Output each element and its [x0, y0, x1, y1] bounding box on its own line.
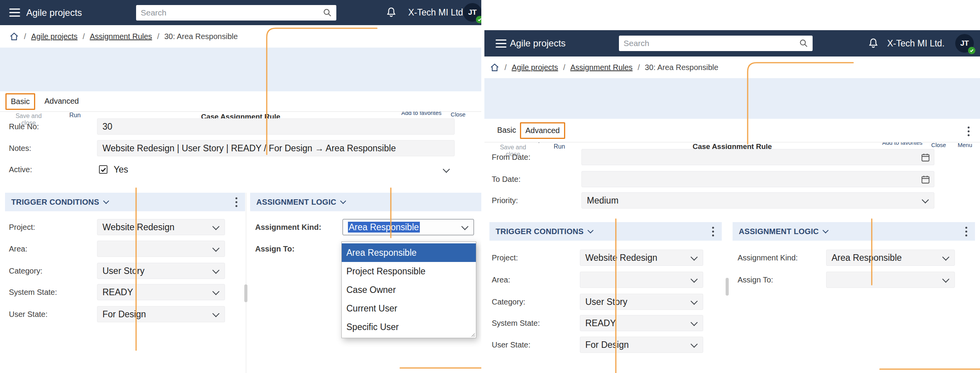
tabs-kebab-icon[interactable]: [966, 125, 971, 138]
search-box[interactable]: [619, 36, 813, 51]
user-state-value: For Design: [102, 309, 146, 319]
project-field[interactable]: Website Redesign: [580, 250, 703, 266]
search-icon[interactable]: [322, 8, 332, 18]
dropdown-chevron-icon: [922, 196, 929, 203]
tab-strip: Basic Advanced: [484, 119, 980, 142]
calendar-icon[interactable]: [920, 175, 931, 185]
scrollbar-thumb[interactable]: [244, 284, 247, 302]
notes-field[interactable]: Website Redesign | User Story | READY / …: [97, 140, 455, 156]
area-field[interactable]: [97, 241, 225, 257]
area-field[interactable]: [580, 272, 703, 288]
trigger-conditions-kebab-icon[interactable]: [711, 225, 716, 238]
user-state-field[interactable]: For Design: [97, 306, 225, 322]
assign-to-label: Assign To:: [255, 241, 295, 257]
system-state-field[interactable]: READY: [97, 284, 225, 300]
tab-strip: Basic Advanced: [0, 91, 481, 112]
close-button[interactable]: Close: [927, 142, 950, 149]
window-advanced-tab: Agile projects X-Tech MI Ltd. JT / Agile…: [484, 30, 980, 373]
tab-advanced[interactable]: Advanced: [520, 122, 565, 139]
assignment-kind-field[interactable]: Area Responsible: [826, 250, 955, 266]
user-avatar[interactable]: JT: [955, 34, 974, 53]
from-date-field[interactable]: [581, 149, 934, 165]
user-state-field[interactable]: For Design: [580, 337, 703, 353]
collapse-chevron-icon: [103, 198, 109, 204]
category-field[interactable]: User Story: [97, 263, 225, 279]
category-field[interactable]: User Story: [580, 294, 703, 310]
breadcrumb: / Agile projects / Assignment Rules / 30…: [490, 56, 718, 78]
tab-basic[interactable]: Basic: [5, 93, 35, 110]
assignment-kind-field[interactable]: Area Responsible: [343, 219, 474, 235]
rule-no-value: 30: [102, 121, 112, 132]
tab-basic[interactable]: Basic: [493, 123, 520, 137]
breadcrumb-link-agile-projects[interactable]: Agile projects: [31, 32, 78, 41]
dropdown-option-area-responsible[interactable]: Area Responsible: [342, 243, 476, 262]
dropdown-chevron-icon: [690, 319, 697, 326]
rule-no-field[interactable]: 30: [97, 118, 455, 135]
to-date-field[interactable]: [581, 171, 934, 187]
panel-divider: [246, 193, 246, 373]
collapse-chevron-icon: [587, 228, 593, 234]
search-input[interactable]: [619, 39, 799, 48]
assignment-kind-label: Assignment Kind:: [738, 250, 798, 266]
calendar-icon[interactable]: [920, 152, 931, 163]
active-dropdown-chevron-icon[interactable]: [443, 166, 450, 173]
user-state-label: User State:: [9, 306, 48, 322]
assignment-logic-title: ASSIGNMENT LOGIC: [739, 227, 819, 236]
dropdown-chevron-icon: [690, 253, 697, 260]
breadcrumb-link-agile-projects[interactable]: Agile projects: [512, 63, 558, 72]
search-icon[interactable]: [799, 38, 809, 48]
breadcrumb-separator: /: [504, 63, 507, 72]
tab-advanced[interactable]: Advanced: [40, 94, 83, 108]
notifications-bell-icon[interactable]: [385, 6, 397, 19]
dropdown-option-case-owner[interactable]: Case Owner: [342, 281, 476, 299]
search-input[interactable]: [136, 8, 322, 17]
to-date-label: To Date:: [492, 171, 520, 187]
avatar-initials: JT: [468, 8, 477, 17]
system-state-field[interactable]: READY: [580, 315, 703, 331]
home-icon[interactable]: [9, 32, 19, 41]
hamburger-menu-icon[interactable]: [9, 9, 20, 17]
assignment-logic-header[interactable]: ASSIGNMENT LOGIC: [733, 222, 975, 241]
dropdown-option-current-user[interactable]: Current User: [342, 299, 476, 318]
trigger-conditions-header[interactable]: TRIGGER CONDITIONS: [489, 222, 722, 241]
close-button[interactable]: Close: [447, 111, 470, 118]
priority-label: Priority:: [492, 192, 518, 209]
breadcrumb-current: 30: Area Responsible: [645, 63, 718, 72]
home-icon[interactable]: [490, 63, 499, 72]
user-avatar[interactable]: JT: [463, 3, 481, 22]
dropdown-option-project-responsible[interactable]: Project Responsible: [342, 262, 476, 281]
breadcrumb-link-assignment-rules[interactable]: Assignment Rules: [570, 63, 632, 72]
avatar-initials: JT: [960, 39, 969, 48]
priority-field[interactable]: Medium: [581, 192, 934, 209]
assign-to-field[interactable]: [826, 272, 955, 288]
assignment-logic-header[interactable]: ASSIGNMENT LOGIC: [250, 193, 481, 211]
assignment-kind-dropdown-list: Area Responsible Project Responsible Cas…: [341, 241, 476, 338]
dropdown-chevron-icon: [942, 275, 949, 282]
breadcrumb-current: 30: Area Responsible: [164, 32, 238, 41]
trigger-conditions-header[interactable]: TRIGGER CONDITIONS: [5, 193, 245, 211]
scrollbar-thumb[interactable]: [726, 278, 729, 296]
user-state-value: For Design: [585, 340, 629, 350]
breadcrumb-link-assignment-rules[interactable]: Assignment Rules: [90, 32, 152, 41]
menu-button[interactable]: Menu: [953, 142, 977, 149]
notifications-bell-icon[interactable]: [867, 37, 879, 50]
collapse-chevron-icon: [340, 198, 346, 204]
dropdown-option-specific-user[interactable]: Specific User: [342, 318, 476, 336]
assignment-logic-title: ASSIGNMENT LOGIC: [256, 198, 336, 207]
search-box[interactable]: [136, 5, 336, 21]
dropdown-chevron-icon: [212, 288, 219, 295]
system-state-value: READY: [585, 318, 616, 328]
area-label: Area:: [492, 272, 510, 288]
project-field[interactable]: Website Redesign: [97, 219, 225, 235]
active-checkbox[interactable]: [99, 165, 107, 174]
app-header: Agile projects X-Tech MI Ltd. JT: [484, 30, 980, 56]
trigger-conditions-title: TRIGGER CONDITIONS: [11, 198, 99, 207]
avatar-online-check-icon: [968, 47, 975, 54]
hamburger-menu-icon[interactable]: [496, 39, 506, 48]
org-name: X-Tech MI Ltd.: [408, 0, 465, 25]
resize-grip-icon[interactable]: [470, 332, 475, 337]
from-date-label: From Date:: [492, 149, 530, 165]
assignment-logic-kebab-icon[interactable]: [964, 225, 969, 238]
trigger-conditions-kebab-icon[interactable]: [234, 196, 239, 209]
breadcrumb-separator: /: [637, 63, 640, 72]
